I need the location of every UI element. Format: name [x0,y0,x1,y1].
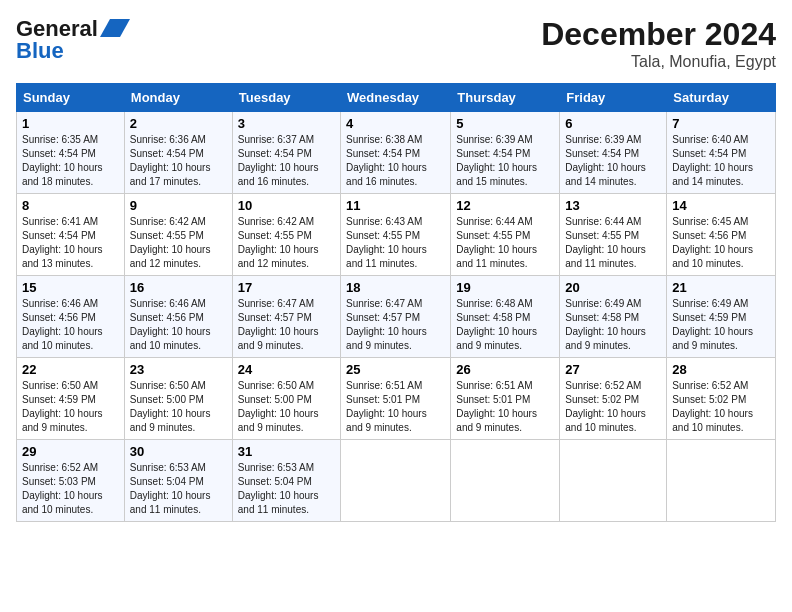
day-info: Sunrise: 6:52 AMSunset: 5:03 PMDaylight:… [22,462,103,515]
day-number: 4 [346,116,445,131]
day-number: 6 [565,116,661,131]
weekday-header: Wednesday [341,84,451,112]
month-title: December 2024 [541,16,776,53]
day-number: 23 [130,362,227,377]
calendar-cell [667,440,776,522]
day-info: Sunrise: 6:37 AMSunset: 4:54 PMDaylight:… [238,134,319,187]
day-number: 31 [238,444,335,459]
weekday-header: Sunday [17,84,125,112]
calendar-cell: 29Sunrise: 6:52 AMSunset: 5:03 PMDayligh… [17,440,125,522]
calendar-cell: 1Sunrise: 6:35 AMSunset: 4:54 PMDaylight… [17,112,125,194]
day-info: Sunrise: 6:50 AMSunset: 4:59 PMDaylight:… [22,380,103,433]
day-info: Sunrise: 6:51 AMSunset: 5:01 PMDaylight:… [456,380,537,433]
calendar-cell [451,440,560,522]
day-info: Sunrise: 6:43 AMSunset: 4:55 PMDaylight:… [346,216,427,269]
day-number: 3 [238,116,335,131]
logo: General Blue [16,16,130,64]
day-number: 5 [456,116,554,131]
location-title: Tala, Monufia, Egypt [541,53,776,71]
day-info: Sunrise: 6:38 AMSunset: 4:54 PMDaylight:… [346,134,427,187]
day-number: 2 [130,116,227,131]
weekday-header: Friday [560,84,667,112]
page-header: General Blue December 2024 Tala, Monufia… [16,16,776,71]
calendar-week-row: 22Sunrise: 6:50 AMSunset: 4:59 PMDayligh… [17,358,776,440]
calendar-cell: 27Sunrise: 6:52 AMSunset: 5:02 PMDayligh… [560,358,667,440]
day-number: 13 [565,198,661,213]
calendar-cell: 13Sunrise: 6:44 AMSunset: 4:55 PMDayligh… [560,194,667,276]
day-number: 7 [672,116,770,131]
calendar-cell: 4Sunrise: 6:38 AMSunset: 4:54 PMDaylight… [341,112,451,194]
calendar-cell: 5Sunrise: 6:39 AMSunset: 4:54 PMDaylight… [451,112,560,194]
day-info: Sunrise: 6:46 AMSunset: 4:56 PMDaylight:… [22,298,103,351]
calendar-cell: 2Sunrise: 6:36 AMSunset: 4:54 PMDaylight… [124,112,232,194]
svg-marker-0 [100,19,130,37]
day-number: 9 [130,198,227,213]
day-info: Sunrise: 6:52 AMSunset: 5:02 PMDaylight:… [565,380,646,433]
calendar-cell: 14Sunrise: 6:45 AMSunset: 4:56 PMDayligh… [667,194,776,276]
day-info: Sunrise: 6:50 AMSunset: 5:00 PMDaylight:… [238,380,319,433]
day-number: 14 [672,198,770,213]
day-info: Sunrise: 6:44 AMSunset: 4:55 PMDaylight:… [456,216,537,269]
day-number: 24 [238,362,335,377]
day-number: 16 [130,280,227,295]
day-number: 15 [22,280,119,295]
calendar-cell: 7Sunrise: 6:40 AMSunset: 4:54 PMDaylight… [667,112,776,194]
calendar-cell: 12Sunrise: 6:44 AMSunset: 4:55 PMDayligh… [451,194,560,276]
day-info: Sunrise: 6:35 AMSunset: 4:54 PMDaylight:… [22,134,103,187]
day-info: Sunrise: 6:45 AMSunset: 4:56 PMDaylight:… [672,216,753,269]
calendar-body: 1Sunrise: 6:35 AMSunset: 4:54 PMDaylight… [17,112,776,522]
day-number: 1 [22,116,119,131]
calendar-cell: 23Sunrise: 6:50 AMSunset: 5:00 PMDayligh… [124,358,232,440]
weekday-header: Monday [124,84,232,112]
calendar-cell: 11Sunrise: 6:43 AMSunset: 4:55 PMDayligh… [341,194,451,276]
calendar-week-row: 8Sunrise: 6:41 AMSunset: 4:54 PMDaylight… [17,194,776,276]
calendar-header-row: SundayMondayTuesdayWednesdayThursdayFrid… [17,84,776,112]
day-number: 29 [22,444,119,459]
weekday-header: Thursday [451,84,560,112]
day-number: 8 [22,198,119,213]
calendar-cell: 8Sunrise: 6:41 AMSunset: 4:54 PMDaylight… [17,194,125,276]
day-info: Sunrise: 6:53 AMSunset: 5:04 PMDaylight:… [238,462,319,515]
calendar-week-row: 1Sunrise: 6:35 AMSunset: 4:54 PMDaylight… [17,112,776,194]
weekday-header: Saturday [667,84,776,112]
day-info: Sunrise: 6:40 AMSunset: 4:54 PMDaylight:… [672,134,753,187]
day-number: 12 [456,198,554,213]
calendar-cell: 24Sunrise: 6:50 AMSunset: 5:00 PMDayligh… [232,358,340,440]
logo-blue: Blue [16,38,64,64]
day-info: Sunrise: 6:48 AMSunset: 4:58 PMDaylight:… [456,298,537,351]
day-info: Sunrise: 6:52 AMSunset: 5:02 PMDaylight:… [672,380,753,433]
calendar-cell: 26Sunrise: 6:51 AMSunset: 5:01 PMDayligh… [451,358,560,440]
day-info: Sunrise: 6:46 AMSunset: 4:56 PMDaylight:… [130,298,211,351]
day-number: 30 [130,444,227,459]
title-block: December 2024 Tala, Monufia, Egypt [541,16,776,71]
day-number: 25 [346,362,445,377]
day-number: 10 [238,198,335,213]
day-number: 17 [238,280,335,295]
day-info: Sunrise: 6:44 AMSunset: 4:55 PMDaylight:… [565,216,646,269]
calendar-week-row: 15Sunrise: 6:46 AMSunset: 4:56 PMDayligh… [17,276,776,358]
day-number: 19 [456,280,554,295]
day-number: 26 [456,362,554,377]
calendar-cell: 6Sunrise: 6:39 AMSunset: 4:54 PMDaylight… [560,112,667,194]
calendar-cell: 25Sunrise: 6:51 AMSunset: 5:01 PMDayligh… [341,358,451,440]
calendar-cell [341,440,451,522]
calendar-cell: 20Sunrise: 6:49 AMSunset: 4:58 PMDayligh… [560,276,667,358]
calendar-cell: 15Sunrise: 6:46 AMSunset: 4:56 PMDayligh… [17,276,125,358]
day-info: Sunrise: 6:39 AMSunset: 4:54 PMDaylight:… [565,134,646,187]
calendar-cell: 21Sunrise: 6:49 AMSunset: 4:59 PMDayligh… [667,276,776,358]
day-info: Sunrise: 6:49 AMSunset: 4:58 PMDaylight:… [565,298,646,351]
day-info: Sunrise: 6:49 AMSunset: 4:59 PMDaylight:… [672,298,753,351]
day-number: 20 [565,280,661,295]
day-info: Sunrise: 6:53 AMSunset: 5:04 PMDaylight:… [130,462,211,515]
weekday-header: Tuesday [232,84,340,112]
day-info: Sunrise: 6:36 AMSunset: 4:54 PMDaylight:… [130,134,211,187]
day-info: Sunrise: 6:42 AMSunset: 4:55 PMDaylight:… [130,216,211,269]
calendar-cell: 22Sunrise: 6:50 AMSunset: 4:59 PMDayligh… [17,358,125,440]
day-number: 27 [565,362,661,377]
calendar-cell: 31Sunrise: 6:53 AMSunset: 5:04 PMDayligh… [232,440,340,522]
day-number: 21 [672,280,770,295]
day-info: Sunrise: 6:39 AMSunset: 4:54 PMDaylight:… [456,134,537,187]
calendar-cell: 10Sunrise: 6:42 AMSunset: 4:55 PMDayligh… [232,194,340,276]
day-info: Sunrise: 6:51 AMSunset: 5:01 PMDaylight:… [346,380,427,433]
calendar-cell: 3Sunrise: 6:37 AMSunset: 4:54 PMDaylight… [232,112,340,194]
